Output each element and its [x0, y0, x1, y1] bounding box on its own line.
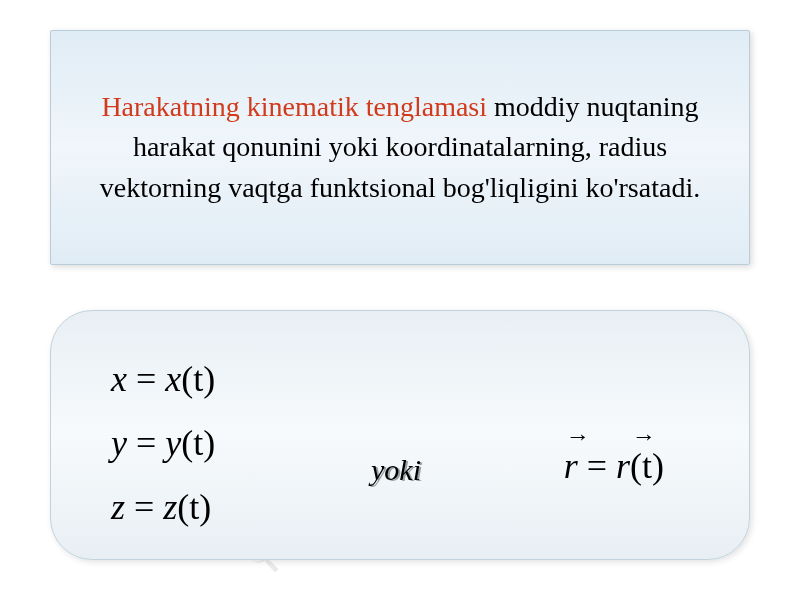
vector-arrow-icon: →	[566, 416, 590, 457]
or-connector: yoki yoki	[371, 453, 421, 487]
equations-panel: x = x(t) y = y(t) z = z(t) yoki yoki → →…	[50, 310, 750, 560]
vector-arrow-icon: →	[632, 416, 656, 457]
equation-vector-r: → → r = r(t)	[564, 436, 664, 497]
equation-x: x = x(t)	[111, 349, 215, 410]
description-text: Harakatning kinematik tenglamasi moddiy …	[91, 87, 709, 209]
equation-z: z = z(t)	[111, 477, 211, 538]
description-highlight: Harakatning kinematik tenglamasi	[101, 91, 487, 122]
description-panel: Harakatning kinematik tenglamasi moddiy …	[50, 30, 750, 265]
equation-y: y = y(t)	[111, 413, 215, 474]
equations-block: x = x(t) y = y(t) z = z(t) yoki yoki → →…	[101, 341, 699, 529]
